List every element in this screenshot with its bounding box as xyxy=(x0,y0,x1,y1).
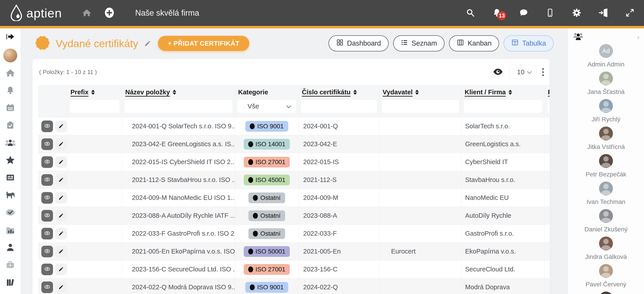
filter-cislo-input[interactable] xyxy=(301,99,377,113)
user-name: Jindra Gálková xyxy=(585,254,627,260)
row-view-button[interactable] xyxy=(41,228,53,240)
table-row[interactable]: 2023-042-E GreenLogistics a.s. IS... ISO… xyxy=(38,135,550,153)
table-row[interactable]: 2022-015-IS CyberShield IT ISO 2... ISO … xyxy=(38,153,550,171)
people-icon xyxy=(4,138,16,148)
user-list-item[interactable]: Jiří Rychlý xyxy=(592,99,620,123)
cell-actions xyxy=(38,278,67,294)
header-cislo-certifikatu[interactable]: Číslo certifikátu xyxy=(299,85,380,99)
row-edit-button[interactable] xyxy=(55,246,67,257)
left-sidebar xyxy=(0,28,21,294)
header-klient-firma[interactable]: Klient / Firma xyxy=(462,85,545,99)
row-view-button[interactable] xyxy=(41,156,53,168)
row-view-button[interactable] xyxy=(41,282,53,293)
sidebar-item-reports[interactable] xyxy=(4,224,16,236)
notifications-button[interactable]: 13 xyxy=(492,8,502,18)
sidebar-collapse-chevron[interactable]: › xyxy=(637,33,640,40)
header-partial[interactable]: P xyxy=(545,85,550,99)
logout-button[interactable] xyxy=(598,8,609,18)
sidebar-item-approvals[interactable] xyxy=(4,207,16,218)
filter-kategorie-select[interactable]: Vše xyxy=(237,99,296,113)
view-seznam-button[interactable]: Seznam xyxy=(393,35,445,52)
table-row[interactable]: 2022-033-F GastroProfi s.r.o. ISO 2... O… xyxy=(38,224,550,242)
sidebar-item-organizer[interactable] xyxy=(4,259,16,271)
filter-klient-input[interactable] xyxy=(464,99,542,113)
header-nazev-polozky[interactable]: Název položky xyxy=(122,85,235,99)
expand-button[interactable] xyxy=(625,8,634,18)
row-edit-button[interactable] xyxy=(55,138,67,150)
sidebar-item-assets[interactable] xyxy=(4,189,16,201)
row-edit-button[interactable] xyxy=(55,192,67,204)
row-edit-button[interactable] xyxy=(55,120,67,132)
cell-actions xyxy=(38,207,67,224)
sidebar-item-calendar[interactable] xyxy=(4,102,16,114)
table-row[interactable]: 2023-088-A AutoDíly Rychle IATF ... Osta… xyxy=(38,206,550,224)
row-edit-button[interactable] xyxy=(55,156,67,168)
cell-category: ISO 27001 xyxy=(235,153,299,171)
user-list-item[interactable]: Jindra Gálková xyxy=(585,236,627,260)
filter-nazev-input[interactable] xyxy=(124,99,233,113)
avatar[interactable] xyxy=(599,292,613,294)
sidebar-item-notifications[interactable] xyxy=(4,85,16,96)
row-view-button[interactable] xyxy=(41,174,53,186)
header-actions xyxy=(38,85,67,99)
filter-partial-input[interactable] xyxy=(547,99,550,113)
cell-prefix xyxy=(67,153,122,171)
sidebar-item-favorites[interactable] xyxy=(4,154,16,166)
page-size-select[interactable]: 10 xyxy=(510,65,536,79)
edit-title-button[interactable] xyxy=(144,39,152,48)
row-view-button[interactable] xyxy=(41,210,53,222)
home-button[interactable] xyxy=(82,8,92,18)
mobile-button[interactable] xyxy=(545,8,555,18)
sidebar-item-tasks[interactable] xyxy=(4,120,16,131)
sidebar-avatar[interactable] xyxy=(3,48,17,62)
add-quick-button[interactable] xyxy=(104,8,115,19)
user-list-item[interactable]: Ivan Techman xyxy=(586,182,626,205)
chat-button[interactable] xyxy=(518,8,528,18)
row-edit-button[interactable] xyxy=(55,264,67,275)
add-certificate-button[interactable]: + PŘIDAT CERTIFIKÁT xyxy=(158,36,249,51)
table-row[interactable]: 2021-112-S StavbaHrou s.r.o. ISO ... ISO… xyxy=(38,171,550,189)
user-list-item[interactable]: Ad Admin Admin xyxy=(588,44,624,68)
column-visibility-button[interactable] xyxy=(493,68,503,76)
row-edit-button[interactable] xyxy=(55,174,67,186)
user-list-item[interactable]: Jitka Vstřícná xyxy=(587,126,625,150)
sidebar-item-library[interactable] xyxy=(4,276,16,288)
table-row[interactable]: 2024-009-M NanoMedic EU ISO 1... Ostatní… xyxy=(38,189,550,206)
row-edit-button[interactable] xyxy=(55,228,67,240)
aptien-logo[interactable]: aptien xyxy=(10,4,62,22)
avatar-initials: Ad xyxy=(602,48,610,54)
user-list-item[interactable]: Jana Šťastná xyxy=(588,72,624,95)
row-view-button[interactable] xyxy=(41,138,53,150)
sidebar-item-home[interactable] xyxy=(4,67,16,79)
table-row[interactable]: 2023-156-C SecureCloud Ltd. ISO ... ISO … xyxy=(38,260,550,278)
filter-prefix-input[interactable] xyxy=(69,99,120,113)
row-view-button[interactable] xyxy=(41,246,53,257)
row-view-button[interactable] xyxy=(41,120,53,132)
row-view-button[interactable] xyxy=(41,264,53,275)
cell-name: 2023-156-C SecureCloud Ltd. ISO ... xyxy=(122,260,235,278)
table-menu-button[interactable] xyxy=(542,68,544,76)
cell-issuer xyxy=(380,207,462,224)
search-button[interactable] xyxy=(466,8,476,18)
table-row[interactable]: 2024-022-Q Modrá Doprava ISO 9... ISO 90… xyxy=(38,278,550,294)
row-edit-button[interactable] xyxy=(55,282,67,293)
row-view-button[interactable] xyxy=(41,192,53,204)
sidebar-item-profile[interactable] xyxy=(4,242,16,253)
view-kanban-button[interactable]: Kanban xyxy=(449,35,499,52)
table-row[interactable]: 2024-001-Q SolarTech s.r.o. ISO 9... ISO… xyxy=(38,117,550,135)
user-list-item[interactable]: Petr Bezpečák xyxy=(586,154,626,178)
user-list-item[interactable]: Pavel Červený xyxy=(586,264,626,288)
filter-vydavatel-input[interactable] xyxy=(382,99,459,113)
view-tabulka-button[interactable]: Tabulka xyxy=(504,35,554,52)
view-dashboard-button[interactable]: Dashboard xyxy=(328,35,389,52)
settings-button[interactable] xyxy=(572,8,582,18)
user-list-item[interactable]: Daniel Zkušený xyxy=(584,209,628,233)
header-prefix[interactable]: Prefix xyxy=(67,85,122,99)
sidebar-collapse-button[interactable] xyxy=(4,31,16,43)
cell-client: EkoPapírna v.o.s. xyxy=(462,242,545,260)
row-edit-button[interactable] xyxy=(55,210,67,222)
sidebar-item-news[interactable] xyxy=(4,172,16,184)
header-vydavatel[interactable]: Vydavatel xyxy=(380,85,462,99)
table-row[interactable]: 2021-005-En EkoPapírna v.o.s. ISO ... IS… xyxy=(38,242,550,260)
sidebar-item-people[interactable] xyxy=(4,137,16,149)
